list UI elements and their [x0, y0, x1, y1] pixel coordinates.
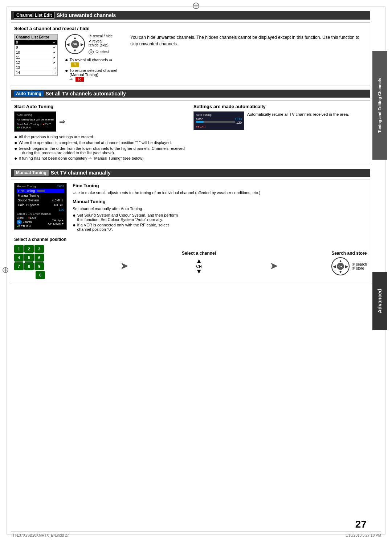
b2-dot: ●: [14, 140, 17, 145]
retune-text: To retune selected channel(Manual Tuning…: [69, 68, 117, 82]
remote-col: OK ▲ ▼ ◀ ▶: [65, 34, 85, 56]
section3-title: Set TV channel manually: [51, 170, 111, 176]
channel-body: Channel List Editor 8 ✔ 9 ✔ 10 ✔: [14, 34, 367, 83]
numpad-8: 8: [24, 262, 34, 270]
b1-dot: ●: [14, 134, 17, 139]
b3-text: Search begins in the order from the lowe…: [19, 146, 184, 155]
scan-exit: ●●EXIT: [196, 125, 242, 128]
numpad: 1 2 3 4 5 6 7 8 9: [14, 245, 44, 270]
channel-list-editor-wrapper: Channel List Editor 8 ✔ 9 ✔ 10 ✔: [14, 34, 58, 83]
auto-info: Automatically retune all TV channels rec…: [247, 111, 367, 118]
manual-set-text: Set channel manually after Auto Tuning.: [73, 206, 367, 212]
numpad-3: 3: [34, 245, 44, 253]
arrow-icon: ⇒: [59, 117, 65, 126]
section3-header: Manual Tuning Set TV channel manually: [11, 169, 370, 177]
ch-up-arrow: ▲: [196, 257, 202, 265]
manual-bar-row: 120: [17, 208, 64, 212]
bullet-4: ● If tuning has not been done completely…: [14, 156, 367, 161]
red-btn: R: [75, 77, 84, 82]
screen1-start: Start Auto Tuning→ ●EXIT: [17, 123, 54, 126]
numpad-1: 1: [14, 245, 24, 253]
fine-title: Fine Tuning: [73, 183, 367, 188]
manual-title: Manual Tuning: [73, 199, 367, 204]
auto-right-body: Auto Tuning Scan CH3 120: [193, 111, 367, 130]
side-tab-top: Tuning and Editing Channels: [372, 51, 387, 160]
main-content: Channel List Edit Skip unwanted channels…: [11, 11, 370, 512]
store-arrow-down: ▼: [339, 270, 343, 274]
numpad-9: 9: [34, 262, 44, 270]
channel-row-10: 10 ✔: [15, 50, 57, 55]
ok-button: OK: [71, 40, 79, 48]
section2-title: Set all TV channels automatically: [46, 91, 126, 97]
store-ok: OK: [337, 263, 344, 270]
mb1-text: Set Sound System and Colour System, and …: [77, 213, 178, 222]
reveal-all-item: ● To reveal all channels ⇒ Y: [65, 58, 123, 67]
scan-label: Scan: [196, 117, 204, 121]
store-arrow-up: ▲: [339, 259, 343, 263]
auto-screen1: Auto Tuning All tuning data will be eras…: [14, 111, 56, 132]
bullet-dot: ●: [65, 57, 68, 62]
bullet-2: ● When the operation is completed, the c…: [14, 140, 367, 145]
crosshair-top: [192, 2, 200, 11]
retune-item: ● To retune selected channel(Manual Tuni…: [65, 68, 123, 82]
arrow-to-store: ➤: [270, 260, 278, 272]
channel-row-11: 11 ✔: [15, 55, 57, 60]
channel-row-8: 8 ✔: [15, 40, 57, 45]
ch-down-arrow: ▼: [196, 268, 202, 275]
numpad-area: Select a channel position 1 2 3 4 5 6 7 …: [14, 237, 66, 279]
numpad-4: 4: [14, 254, 24, 262]
b1-text: All the previous tuning settings are era…: [19, 135, 94, 139]
screen1-return: ●RETURN: [17, 126, 54, 129]
section1-tag: Channel List Edit: [14, 12, 54, 19]
channel-row-12: 12 ✔: [15, 60, 57, 65]
store-arrow-right: ▶: [345, 264, 348, 269]
section2-tag: Auto Tuning: [14, 91, 44, 97]
channel-list-edit-section: Channel List Edit Skip unwanted channels…: [11, 11, 370, 86]
b3-dot: ●: [14, 146, 17, 151]
reveal-all-text: To reveal all channels ⇒ Y: [69, 58, 123, 67]
search-store-labels: ① search ② store: [352, 262, 367, 270]
store-remote: OK ▲ ▼ ◀ ▶ ① search ② store: [331, 257, 367, 275]
numpad-0: 0: [36, 271, 45, 279]
screen1-text: All tuning data will be erased: [17, 118, 54, 121]
yellow-btn: Y: [71, 62, 79, 67]
scan-screen: Auto Tuning Scan CH3 120: [193, 111, 244, 130]
channel-list-header: Channel List Editor: [15, 34, 57, 40]
scan-title: Auto Tuning: [196, 113, 242, 116]
select-text: ① select: [95, 50, 109, 54]
manual-num: 120: [59, 208, 64, 212]
fine-manual-desc: Fine Tuning Use to make small adjustment…: [73, 183, 367, 233]
ch-icon: ✔: [53, 41, 56, 44]
return-dot: ●: [17, 126, 19, 129]
channel-row-14: 14 □: [15, 70, 57, 75]
channel-subsection-title: Select a channel and reveal / hide: [14, 26, 367, 31]
section3-tag: Manual Tuning: [14, 170, 49, 176]
manual-content: Manual Tuning CH37 Fine Tuning Manual Tu…: [11, 180, 370, 282]
bottom-row: Select a channel position 1 2 3 4 5 6 7 …: [14, 237, 367, 279]
scan-bar-fill: [196, 121, 204, 123]
numpad-6: 6: [34, 254, 44, 262]
crosshair-left: [2, 267, 9, 274]
search-label: ① search: [352, 262, 367, 266]
store-circle: OK ▲ ▼ ◀ ▶: [331, 257, 350, 275]
numpad-zero-row: 0: [14, 271, 66, 279]
scan-bar-row: 120: [196, 121, 242, 124]
hide-option: □:hide (skip): [89, 43, 113, 47]
manual-header-row: Manual Tuning CH37: [17, 185, 64, 188]
numpad-2: 2: [24, 245, 34, 253]
store2-label: ② store: [352, 266, 367, 270]
search-store-area: Search and store OK ▲ ▼ ◀ ▶ ① search ② s…: [331, 251, 367, 275]
reveal-actions: ● To reveal all channels ⇒ Y ● To retune…: [65, 58, 123, 82]
manual-ctrl-left: Store → ●EXIT ⊙ Search ●RETURN: [17, 216, 36, 228]
auto-left-title: Start Auto Tuning: [14, 104, 188, 109]
side-tab-bottom: Advanced: [372, 272, 387, 330]
section1-header: Channel List Edit Skip unwanted channels: [11, 11, 370, 20]
auto-tuning-content: Start Auto Tuning Auto Tuning All tuning…: [11, 101, 370, 165]
footer: TH-L37X2S&20KMRTX_EN.indd 27 3/18/2010 5…: [11, 532, 381, 537]
arrow-left-icon: ◀: [66, 42, 69, 46]
auto-right: Settings are made automatically Auto Tun…: [193, 104, 367, 130]
auto-left: Start Auto Tuning Auto Tuning All tuning…: [14, 104, 188, 132]
manual-screen-ch: CH37: [57, 185, 64, 188]
manual-row-sound: Sound System 4.5MHz: [17, 198, 64, 202]
reveal-labels: ② reveal / hide ✔:reveal □:hide (skip) ①…: [89, 34, 113, 54]
